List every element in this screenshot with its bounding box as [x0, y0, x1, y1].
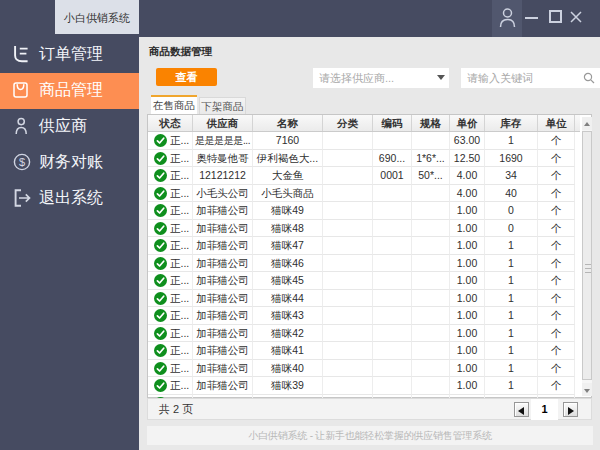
svg-text:$: $: [19, 156, 25, 168]
